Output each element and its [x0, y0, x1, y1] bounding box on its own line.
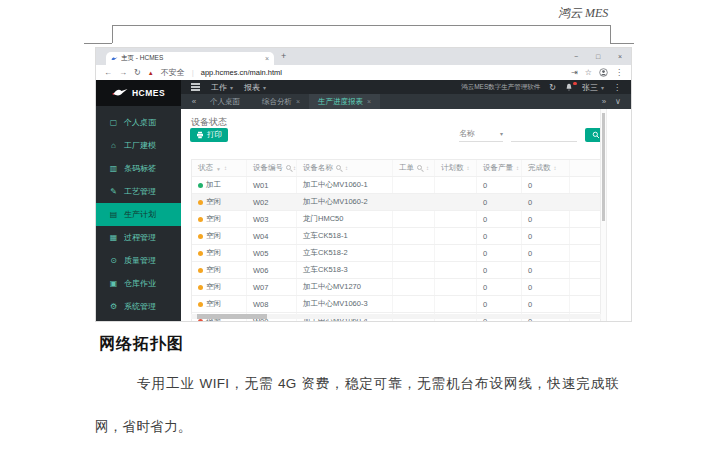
- hamburger-menu-icon[interactable]: [191, 83, 200, 84]
- section-heading: 网络拓扑图: [99, 334, 184, 355]
- table-row[interactable]: 空闲 W07 加工中心MV1270 0 0: [192, 279, 602, 296]
- sidebar-item[interactable]: ▤ 生产计划: [96, 203, 181, 226]
- sidebar-menu: ▢ 个人桌面 ⌂ 工厂建模 ▥ 条码标签 ✎: [96, 106, 181, 318]
- table-row[interactable]: 空闲 W02 加工中心MV1060-2 0 0: [192, 194, 602, 211]
- menu-report[interactable]: 报表 ▾: [244, 82, 266, 93]
- tab-close-icon[interactable]: ×: [296, 98, 300, 105]
- product-name: 鸿云MES数字生产管理软件: [461, 83, 540, 92]
- filler-cell: [570, 211, 602, 227]
- column-filter-icon[interactable]: [286, 165, 290, 171]
- column-header[interactable]: 设备产量 ↕: [477, 160, 522, 176]
- forward-icon[interactable]: →: [119, 68, 127, 77]
- new-tab-button[interactable]: +: [281, 48, 286, 65]
- column-header[interactable]: 设备名称 ↕: [297, 160, 393, 176]
- sidebar-item[interactable]: ▢ 个人桌面: [96, 111, 181, 134]
- tab-close-icon[interactable]: ×: [265, 55, 269, 62]
- notification-bell-icon[interactable]: [565, 83, 573, 92]
- table-row[interactable]: 空闲 W08 加工中心MV1060-3 0 0: [192, 296, 602, 313]
- table-row[interactable]: 空闲 W04 立车CK518-1 0 0: [192, 228, 602, 245]
- workspace-tab[interactable]: 生产进度报表 ×: [309, 94, 380, 109]
- scrollbar-thumb[interactable]: [197, 314, 267, 319]
- tab-close-icon[interactable]: ×: [367, 98, 371, 105]
- print-button[interactable]: 打印: [190, 128, 228, 142]
- plan-qty-cell: [435, 245, 477, 261]
- security-warning-label[interactable]: 不安全: [161, 67, 185, 78]
- sidebar-item-icon: ▤: [109, 210, 118, 219]
- filler-cell: [570, 177, 602, 193]
- vertical-scrollbar[interactable]: [600, 109, 607, 321]
- table-row[interactable]: 空闲 W03 龙门HMC50 0 0: [192, 211, 602, 228]
- maximize-button[interactable]: □: [587, 53, 609, 60]
- close-button[interactable]: ×: [609, 53, 631, 60]
- sidebar-item[interactable]: ▥ 条码标签: [96, 157, 181, 180]
- column-header-label: 状态: [198, 163, 213, 173]
- reload-icon[interactable]: ↻: [134, 68, 141, 77]
- minimize-button[interactable]: −: [565, 53, 587, 60]
- chevron-down-icon: ▾: [601, 84, 604, 91]
- open-in-app-icon[interactable]: ⇥: [571, 68, 578, 77]
- status-cell: 空闲: [192, 211, 247, 227]
- tabs-scroll-right-icon[interactable]: »: [597, 97, 611, 106]
- menu-work[interactable]: 工作 ▾: [211, 82, 233, 93]
- tabs-collapse-icon[interactable]: ∨: [611, 97, 625, 106]
- more-options-icon[interactable]: ⋮: [613, 83, 621, 92]
- plan-qty-cell: [435, 211, 477, 227]
- column-header[interactable]: 完成数 ↕: [522, 160, 570, 176]
- table-header-row: 状态 ↕ 设备编号 ↕ 设备名称: [192, 160, 602, 177]
- table-row[interactable]: 空闲 W05 立车CK518-2 0 0: [192, 245, 602, 262]
- user-menu[interactable]: 张三 ▾: [582, 82, 604, 93]
- app-logo[interactable]: HCMES: [96, 80, 181, 106]
- table-row[interactable]: 空闲 W06 立车CK518-3 0 0: [192, 262, 602, 279]
- sidebar: HCMES ▢ 个人桌面 ⌂ 工厂建模 ▥ 条码标签: [96, 80, 181, 321]
- column-filter-icon[interactable]: [216, 164, 221, 173]
- sidebar-item-icon: ✎: [109, 187, 118, 196]
- column-header[interactable]: 设备编号 ↕: [247, 160, 297, 176]
- column-header[interactable]: 工单 ↕: [393, 160, 435, 176]
- sidebar-item[interactable]: ⚙ 系统管理: [96, 295, 181, 318]
- sort-icon[interactable]: ↕: [345, 165, 348, 171]
- sidebar-item-label: 仓库作业: [124, 278, 156, 289]
- sort-icon[interactable]: ↕: [516, 165, 519, 171]
- bookmark-star-icon[interactable]: ☆: [585, 68, 592, 77]
- browser-menu-icon[interactable]: ⋮: [615, 68, 623, 77]
- refresh-icon[interactable]: ↻: [549, 83, 556, 92]
- back-icon[interactable]: ←: [104, 68, 112, 77]
- horizontal-scrollbar[interactable]: [191, 314, 601, 319]
- report-content: 设备状态 打印 名称 ▾: [181, 109, 631, 321]
- sort-icon[interactable]: ↕: [426, 165, 429, 171]
- user-name: 张三: [582, 82, 598, 93]
- sidebar-item-label: 质量管理: [124, 255, 156, 266]
- device-name-cell: 龙门HMC50: [297, 211, 393, 227]
- sort-icon[interactable]: ↕: [293, 165, 296, 171]
- browser-window: 主页 - HCMES × + − □ × ← → ↻ ▲ 不安全 | app.h…: [95, 47, 632, 322]
- work-order-cell: [393, 279, 435, 295]
- table-row[interactable]: 加工 W01 加工中心MV1060-1 0 0: [192, 177, 602, 194]
- scrollbar-thumb[interactable]: [602, 113, 605, 221]
- sidebar-item[interactable]: ▣ 仓库作业: [96, 272, 181, 295]
- status-label: 加工: [206, 180, 221, 190]
- column-filter-icon[interactable]: [417, 165, 423, 171]
- workspace-tab[interactable]: 个人桌面: [201, 94, 253, 109]
- sort-icon[interactable]: ↕: [554, 165, 557, 171]
- sort-icon[interactable]: ↕: [224, 165, 227, 171]
- workspace-tab[interactable]: 综合分析 ×: [253, 94, 309, 109]
- sidebar-item[interactable]: ⊙ 质量管理: [96, 249, 181, 272]
- output-qty-cell: 0: [477, 228, 522, 244]
- sidebar-item[interactable]: ⌂ 工厂建模: [96, 134, 181, 157]
- field-select[interactable]: 名称 ▾: [459, 128, 503, 142]
- browser-tab[interactable]: 主页 - HCMES ×: [106, 52, 274, 65]
- device-code-cell: W07: [247, 279, 297, 295]
- column-header[interactable]: 计划数 ↕: [435, 160, 477, 176]
- status-dot-icon: [198, 302, 203, 307]
- sidebar-item[interactable]: ✎ 工艺管理: [96, 180, 181, 203]
- sidebar-item[interactable]: ▦ 过程管理: [96, 226, 181, 249]
- search-input[interactable]: [511, 127, 577, 142]
- browser-tab-strip: 主页 - HCMES × + − □ ×: [96, 48, 631, 65]
- sort-icon[interactable]: ↕: [467, 165, 470, 171]
- menu-report-label: 报表: [244, 82, 260, 93]
- profile-avatar-icon[interactable]: [599, 68, 608, 77]
- column-header[interactable]: 状态 ↕: [192, 160, 247, 176]
- tabs-scroll-left-icon[interactable]: «: [187, 97, 201, 106]
- column-filter-icon[interactable]: [336, 165, 342, 171]
- url-text[interactable]: app.hcmes.cn/main.html: [201, 68, 282, 77]
